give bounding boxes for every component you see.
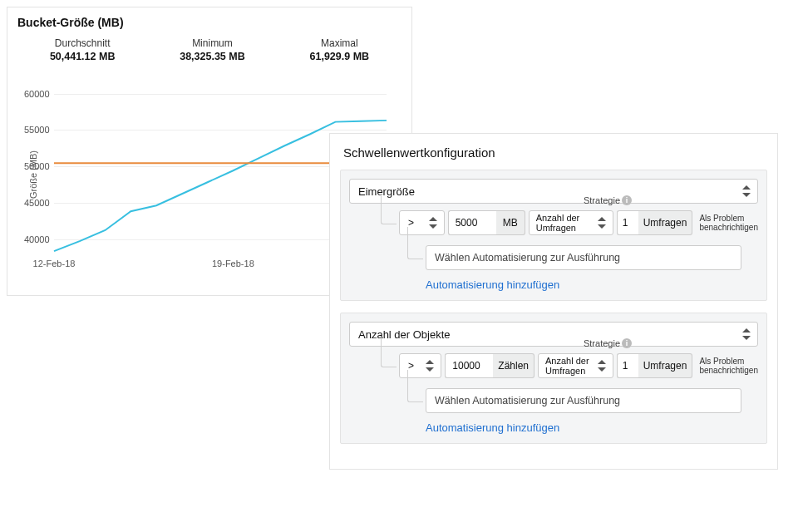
poll-unit-label: Umfragen xyxy=(638,210,693,235)
y-tick-label: 60000 xyxy=(24,89,50,99)
value-group: 5000 MB xyxy=(448,210,525,235)
y-tick-label: 40000 xyxy=(24,234,50,244)
unit-label: MB xyxy=(496,210,525,235)
x-tick-label: 12-Feb-18 xyxy=(33,259,76,268)
stepper-icon xyxy=(429,217,437,229)
threshold-value: 5000 xyxy=(456,217,478,229)
criteria-row: Strategie i > 5000 MB Anzahl der Umfrage… xyxy=(399,210,758,235)
stat-avg: Durchschnitt 50,441.12 MB xyxy=(50,37,116,62)
metric-select[interactable]: Eimergröße xyxy=(349,179,758,204)
stepper-icon xyxy=(742,328,751,340)
automation-placeholder: Wählen Automatisierung zur Ausführung xyxy=(435,395,620,406)
poll-count-value: 1 xyxy=(623,217,628,229)
threshold-config-panel: Schwellenwertkonfiguration Eimergröße St… xyxy=(329,133,778,470)
chart-stats: Durchschnitt 50,441.12 MB Minimum 38,325… xyxy=(7,34,411,71)
notify-label: Als Problem benachrichtigen xyxy=(699,214,758,233)
poll-kind-select[interactable]: Anzahl der Umfragen xyxy=(529,210,613,235)
poll-count-group: 1 Umfragen xyxy=(617,353,693,378)
poll-unit-label: Umfragen xyxy=(638,353,693,378)
notify-label: Als Problem benachrichtigen xyxy=(699,357,758,376)
strategy-label: Strategie xyxy=(584,195,620,205)
threshold-value-input[interactable]: 10000 xyxy=(445,353,493,378)
chart-title: Bucket-Größe (MB) xyxy=(7,7,411,34)
add-automation-link[interactable]: Automatisierung hinzufügen xyxy=(426,421,559,434)
poll-count-value: 1 xyxy=(623,360,628,372)
y-axis-label: Größe (MB) xyxy=(28,150,38,199)
poll-kind-value: Anzahl der Umfragen xyxy=(545,356,594,376)
automation-row: Wählen Automatisierung zur Ausführung Au… xyxy=(426,388,758,435)
criteria-row: Strategie i > 10000 Zählen Anzahl der Um… xyxy=(399,353,758,378)
poll-kind-value: Anzahl der Umfragen xyxy=(536,213,594,233)
stat-max-label: Maximal xyxy=(310,37,370,49)
stepper-icon xyxy=(598,217,606,229)
threshold-value: 10000 xyxy=(452,360,480,372)
automation-select[interactable]: Wählen Automatisierung zur Ausführung xyxy=(426,245,741,270)
threshold-value-input[interactable]: 5000 xyxy=(448,210,496,235)
threshold-block-bucket-size: Eimergröße Strategie i > 5000 MB Anzahl … xyxy=(340,170,767,301)
unit-label: Zählen xyxy=(493,353,534,378)
stepper-icon xyxy=(742,185,751,197)
add-automation-link[interactable]: Automatisierung hinzufügen xyxy=(426,278,559,291)
value-group: 10000 Zählen xyxy=(445,353,534,378)
info-icon[interactable]: i xyxy=(622,338,632,348)
stat-avg-value: 50,441.12 MB xyxy=(50,51,116,62)
stat-max-value: 61,929.9 MB xyxy=(310,51,370,62)
metric-select-value: Anzahl der Objekte xyxy=(358,328,451,341)
threshold-block-object-count: Anzahl der Objekte Strategie i > 10000 Z… xyxy=(340,313,767,444)
stepper-icon xyxy=(598,360,606,372)
y-tick-label: 45000 xyxy=(24,198,50,208)
y-tick-label: 50000 xyxy=(24,161,50,171)
stepper-icon xyxy=(426,360,434,372)
stat-min: Minimum 38,325.35 MB xyxy=(180,37,245,62)
automation-row: Wählen Automatisierung zur Ausführung Au… xyxy=(426,245,758,292)
stat-avg-label: Durchschnitt xyxy=(50,37,116,49)
poll-count-group: 1 Umfragen xyxy=(617,210,693,235)
poll-kind-select[interactable]: Anzahl der Umfragen xyxy=(538,353,613,378)
info-icon[interactable]: i xyxy=(622,195,632,205)
stat-min-label: Minimum xyxy=(180,37,245,49)
y-tick-label: 55000 xyxy=(24,125,50,135)
x-tick-label: 19-Feb-18 xyxy=(212,259,254,268)
stat-max: Maximal 61,929.9 MB xyxy=(310,37,370,62)
strategy-label: Strategie xyxy=(584,338,620,348)
stat-min-value: 38,325.35 MB xyxy=(180,51,245,62)
poll-count-input[interactable]: 1 xyxy=(617,210,638,235)
metric-select[interactable]: Anzahl der Objekte xyxy=(349,322,758,347)
automation-select[interactable]: Wählen Automatisierung zur Ausführung xyxy=(426,388,741,413)
automation-placeholder: Wählen Automatisierung zur Ausführung xyxy=(435,252,620,264)
config-title: Schwellenwertkonfiguration xyxy=(340,145,767,160)
poll-count-input[interactable]: 1 xyxy=(617,353,638,378)
